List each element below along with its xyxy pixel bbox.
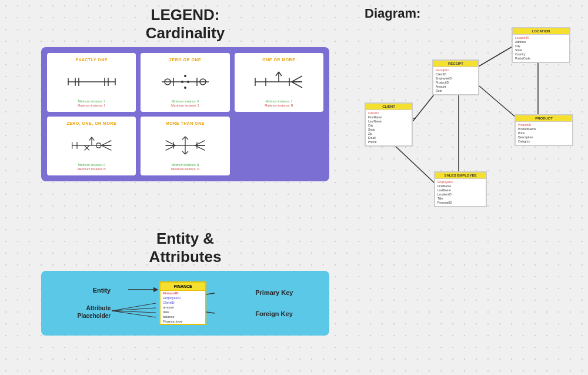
card-zero-or-one: ZERO OR ONE Minimum i	[141, 53, 229, 112]
svg-point-14	[187, 81, 189, 83]
legend-box: EXACTLY ONE Minimum i	[41, 47, 329, 181]
entity-box: Entity AttributePlaceholder FINANCE Fina…	[41, 271, 329, 336]
card-diagram-more-than-one	[144, 128, 226, 163]
foreign-key-label: Foreign Key	[255, 310, 293, 317]
finance-entity: FINANCE FinanceID EmployeeID ClientID am…	[159, 281, 206, 325]
card-desc-zero-or-one: Minimum instance: 0 Maximum instance: 1	[144, 99, 226, 108]
card-title-one-or-more: ONE OR MORE	[238, 58, 320, 62]
svg-line-49	[185, 137, 188, 140]
card-desc-one-or-more: Minimum instance: 1 Maximum instance: N	[238, 99, 320, 108]
svg-line-31	[101, 145, 111, 150]
card-exactly-one: EXACTLY ONE Minimum i	[47, 53, 136, 112]
diagram-section: Diagram: CLIENT Client	[365, 6, 582, 251]
card-desc-more-than-one: Minimum instance: N Maximum instance: N	[144, 163, 226, 171]
db-entity-client: CLIENT ClientID FirstName LastName City …	[365, 102, 413, 147]
card-diagram-zero-or-one	[144, 64, 226, 99]
finance-row-fk1: EmployeeID	[161, 296, 205, 300]
svg-line-51	[182, 151, 185, 154]
finance-row-type: Finance_type	[161, 319, 205, 324]
card-diagram-zero-one-more	[51, 128, 132, 163]
finance-row-balance: balance	[161, 314, 205, 319]
svg-line-19	[292, 76, 302, 82]
attribute-placeholder-label: AttributePlaceholder	[78, 304, 111, 320]
svg-line-39	[166, 141, 176, 145]
svg-point-13	[181, 81, 183, 83]
card-title-zero-one-more: ZERO, ONE, OR MORE	[51, 121, 132, 125]
db-entity-location: LOCATION LocationID Address City State C…	[512, 27, 570, 63]
finance-row-amount: amount	[161, 305, 205, 310]
diagram-canvas: CLIENT ClientID FirstName LastName City …	[365, 27, 582, 251]
svg-line-43	[195, 141, 205, 145]
entity-attributes-section: Entity & Attributes Entity Attr	[41, 230, 329, 336]
card-diagram-one-or-more	[238, 64, 320, 99]
diagram-title: Diagram:	[365, 6, 582, 21]
entity-title: Entity & Attributes	[41, 230, 329, 266]
db-entity-sales-employee: SALES EMPLOYEE EmployeeID FirstName Last…	[434, 171, 487, 207]
db-entity-product: PRODUCT ProductID ProductName Price Desc…	[514, 114, 573, 146]
svg-line-48	[182, 137, 185, 140]
entity-label: Entity	[93, 287, 111, 294]
svg-line-29	[101, 141, 111, 145]
card-title-zero-or-one: ZERO OR ONE	[144, 58, 226, 62]
card-title-exactly-one: EXACTLY ONE	[51, 58, 132, 62]
card-title-more-than-one: MORE THAN ONE	[144, 121, 226, 125]
card-zero-one-more: ZERO, ONE, OR MORE	[47, 117, 136, 175]
card-more-than-one: MORE THAN ONE	[141, 117, 229, 175]
finance-row-pk: FinanceID	[161, 291, 205, 296]
finance-row-date: date	[161, 310, 205, 314]
card-diagram-exactly-one	[51, 64, 132, 99]
card-desc-exactly-one: Minimum instance: 1 Maximum instance: 1	[51, 99, 132, 108]
legend-section: LEGEND: Cardinality EXACTLY ONE	[41, 6, 329, 181]
svg-line-45	[195, 145, 205, 150]
svg-line-52	[185, 151, 188, 154]
svg-point-15	[184, 87, 186, 89]
svg-line-41	[166, 145, 176, 150]
card-one-or-more: ONE OR MORE	[235, 53, 323, 112]
legend-title: LEGEND: Cardinality	[41, 6, 329, 42]
finance-row-fk2: ClientID	[161, 300, 205, 305]
db-entity-receipt: RECEIPT ReceiptID ClientID EmployeeID Pr…	[432, 59, 479, 95]
svg-point-12	[184, 75, 186, 77]
card-desc-zero-one-more: Minimum instance: 0 Maximum instance: N	[51, 163, 132, 171]
primary-key-label: Primary Key	[255, 289, 293, 296]
svg-line-21	[292, 82, 302, 88]
finance-header: FINANCE	[161, 283, 205, 291]
